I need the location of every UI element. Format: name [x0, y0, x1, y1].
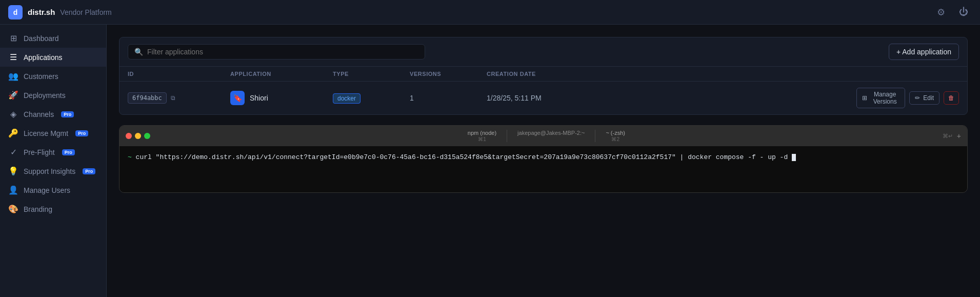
- sidebar-item-label: Manage Users: [24, 186, 70, 194]
- maximize-dot[interactable]: [144, 133, 150, 139]
- sidebar-item-pre-flight[interactable]: ✓ Pre-Flight Pro: [0, 143, 106, 162]
- topbar-left: d distr.sh Vendor Platform: [8, 5, 112, 19]
- edit-icon: ✏: [915, 94, 920, 102]
- app-id-badge: 6f94abbc: [128, 92, 167, 104]
- creation-date-cell: 1/28/25, 5:11 PM: [487, 94, 856, 102]
- sidebar: ⊞ Dashboard ☰ Applications 👥 Customers 🚀…: [0, 25, 107, 297]
- manage-versions-button[interactable]: ⊞ Manage Versions: [856, 88, 905, 108]
- delete-button[interactable]: 🗑: [944, 91, 959, 105]
- col-header-type: TYPE: [333, 71, 410, 77]
- channels-icon: ◈: [8, 109, 18, 119]
- sidebar-item-label: Customers: [24, 72, 58, 81]
- terminal-tab3-key: ⌘2: [611, 136, 619, 142]
- dashboard-icon: ⊞: [8, 33, 18, 43]
- copy-id-button[interactable]: ⧉: [171, 94, 175, 102]
- support-icon: 💡: [8, 166, 18, 176]
- docker-badge: docker: [333, 93, 361, 104]
- pro-badge: Pro: [75, 130, 88, 136]
- versions-cell: 1: [410, 94, 487, 102]
- edit-button[interactable]: ✏ Edit: [909, 91, 939, 105]
- power-icon[interactable]: ⏻: [955, 4, 972, 21]
- sidebar-item-branding[interactable]: 🎨 Branding: [0, 200, 106, 219]
- deployments-icon: 🚀: [8, 90, 18, 100]
- terminal-dots: [126, 133, 150, 139]
- terminal-ctrl-key: ⌘↵: [943, 133, 953, 140]
- terminal-titlebar: npm (node) ⌘1 jakepage@Jakes-MBP-2:~ ~ (…: [119, 126, 967, 146]
- minimize-dot[interactable]: [135, 133, 141, 139]
- terminal-tab-title: jakepage@Jakes-MBP-2:~: [507, 129, 595, 143]
- sidebar-item-applications[interactable]: ☰ Applications: [0, 48, 106, 67]
- sidebar-item-deployments[interactable]: 🚀 Deployments: [0, 86, 106, 105]
- terminal: npm (node) ⌘1 jakepage@Jakes-MBP-2:~ ~ (…: [119, 125, 968, 193]
- terminal-right: ⌘↵ +: [943, 132, 961, 140]
- actions-cell: ⊞ Manage Versions ✏ Edit 🗑: [856, 88, 959, 108]
- layout: ⊞ Dashboard ☰ Applications 👥 Customers 🚀…: [0, 25, 980, 297]
- sidebar-item-manage-users[interactable]: 👤 Manage Users: [0, 181, 106, 200]
- type-cell: docker: [333, 94, 410, 102]
- manage-versions-label: Manage Versions: [870, 91, 899, 105]
- applications-table: 🔍 + Add application ID APPLICATION TYPE …: [119, 37, 968, 115]
- users-icon: 👤: [8, 185, 18, 195]
- sidebar-item-label: Channels: [24, 110, 54, 118]
- add-application-button[interactable]: + Add application: [889, 44, 959, 60]
- terminal-tabs: npm (node) ⌘1 jakepage@Jakes-MBP-2:~ ~ (…: [150, 129, 943, 143]
- col-header-application: APPLICATION: [230, 71, 333, 77]
- sidebar-item-channels[interactable]: ◈ Channels Pro: [0, 105, 106, 124]
- sidebar-item-label: Pre-Flight: [24, 148, 55, 156]
- customers-icon: 👥: [8, 71, 18, 81]
- terminal-tab1-key: ⌘1: [478, 136, 486, 142]
- terminal-cursor: [792, 154, 796, 161]
- terminal-tab1-name: npm (node): [468, 130, 496, 136]
- applications-icon: ☰: [8, 52, 18, 62]
- table-toolbar: 🔍 + Add application: [119, 37, 967, 67]
- main-content: 🔍 + Add application ID APPLICATION TYPE …: [107, 25, 980, 297]
- edit-label: Edit: [923, 94, 934, 102]
- terminal-tab-3[interactable]: ~ (-zsh) ⌘2: [595, 129, 635, 143]
- pro-badge: Pro: [62, 149, 75, 155]
- branding-icon: 🎨: [8, 204, 18, 214]
- terminal-body: ~ curl "https://demo.distr.sh/api/v1/con…: [119, 146, 967, 192]
- id-cell: 6f94abbc ⧉: [128, 92, 230, 104]
- search-icon: 🔍: [134, 48, 143, 56]
- trash-icon: 🗑: [948, 94, 954, 102]
- sidebar-item-support-insights[interactable]: 💡 Support Insights Pro: [0, 162, 106, 181]
- add-app-label: + Add application: [896, 48, 951, 56]
- col-header-actions: [856, 71, 959, 77]
- topbar-right: ⚙ ⏻: [933, 4, 972, 21]
- terminal-command: curl "https://demo.distr.sh/api/v1/conne…: [136, 153, 792, 161]
- sidebar-item-dashboard[interactable]: ⊞ Dashboard: [0, 29, 106, 48]
- terminal-tab-1[interactable]: npm (node) ⌘1: [457, 129, 507, 143]
- terminal-tab3-name: ~ (-zsh): [606, 130, 625, 136]
- app-subtitle: Vendor Platform: [60, 8, 111, 16]
- preflight-icon: ✓: [8, 147, 18, 157]
- logo-icon: d: [8, 5, 23, 19]
- col-header-creation-date: CREATION DATE: [487, 71, 856, 77]
- col-header-versions: VERSIONS: [410, 71, 487, 77]
- license-icon: 🔑: [8, 128, 18, 138]
- sidebar-item-label: Applications: [24, 53, 63, 62]
- topbar: d distr.sh Vendor Platform ⚙ ⏻: [0, 0, 980, 25]
- table-header: ID APPLICATION TYPE VERSIONS CREATION DA…: [119, 67, 967, 82]
- pro-badge: Pro: [61, 111, 74, 117]
- close-dot[interactable]: [126, 133, 132, 139]
- terminal-plus-button[interactable]: +: [957, 132, 961, 140]
- sidebar-item-label: Dashboard: [24, 34, 59, 43]
- app-logo: 🔖: [230, 91, 245, 105]
- sidebar-item-label: Branding: [24, 205, 52, 213]
- app-cell: 🔖 Shiori: [230, 91, 333, 105]
- sidebar-item-customers[interactable]: 👥 Customers: [0, 67, 106, 86]
- col-header-id: ID: [128, 71, 230, 77]
- manage-versions-icon: ⊞: [862, 94, 867, 102]
- sidebar-item-label: License Mgmt: [24, 129, 68, 137]
- table-row: 6f94abbc ⧉ 🔖 Shiori docker 1 1/28/25, 5:…: [119, 82, 967, 114]
- search-input[interactable]: [147, 48, 418, 56]
- settings-icon[interactable]: ⚙: [933, 4, 949, 21]
- terminal-title-text: jakepage@Jakes-MBP-2:~: [517, 130, 585, 136]
- app-name-text: Shiori: [250, 94, 268, 102]
- sidebar-item-label: Support Insights: [24, 167, 75, 175]
- pro-badge: Pro: [83, 168, 95, 174]
- app-name: distr.sh: [28, 8, 55, 16]
- sidebar-item-license-mgmt[interactable]: 🔑 License Mgmt Pro: [0, 124, 106, 143]
- search-box[interactable]: 🔍: [128, 44, 425, 60]
- sidebar-item-label: Deployments: [24, 91, 66, 100]
